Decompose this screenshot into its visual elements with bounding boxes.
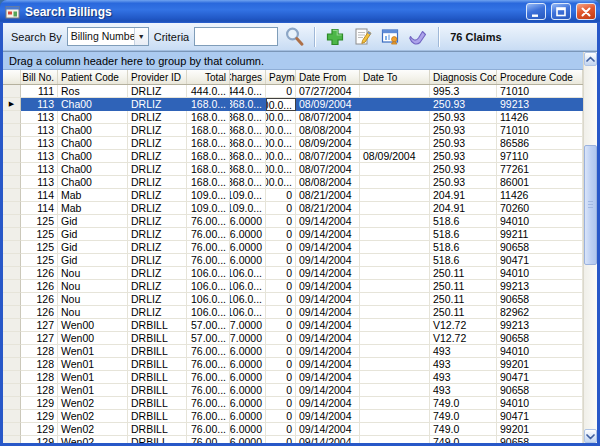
- cell-date_from[interactable]: 07/27/2004: [296, 85, 360, 98]
- cell-charges[interactable]: 444.0...: [230, 85, 266, 98]
- cell-patient[interactable]: Cha00: [58, 163, 128, 176]
- cell-procedure[interactable]: 11426: [497, 111, 583, 124]
- column-header-date_from[interactable]: Date From: [296, 70, 360, 84]
- cell-total[interactable]: 76.00...: [187, 384, 230, 397]
- cell-procedure[interactable]: 86001: [497, 176, 583, 189]
- cell-bill_no[interactable]: 129: [21, 410, 58, 423]
- cell-provider[interactable]: DRBILL: [128, 358, 187, 371]
- cell-bill_no[interactable]: 113: [21, 163, 58, 176]
- cell-date_to[interactable]: [360, 98, 430, 111]
- cell-provider[interactable]: DRLIZ: [128, 124, 187, 137]
- table-row[interactable]: 111RosDRLIZ444.0...444.0...007/27/200499…: [3, 85, 583, 98]
- cell-date_to[interactable]: [360, 332, 430, 345]
- cell-total[interactable]: 106.0...: [187, 306, 230, 319]
- cell-procedure[interactable]: 94010: [497, 215, 583, 228]
- cell-charges[interactable]: 368.0...: [230, 163, 266, 176]
- cell-payments[interactable]: 200.0...: [266, 98, 296, 111]
- group-by-panel[interactable]: Drag a column header here to group by th…: [3, 52, 583, 70]
- cell-diagnosis[interactable]: 749.0: [430, 410, 497, 423]
- cell-procedure[interactable]: 94010: [497, 397, 583, 410]
- scroll-up-button[interactable]: [584, 52, 597, 66]
- table-row[interactable]: 128Wen01DRBILL76.00...76.0000009/14/2004…: [3, 371, 583, 384]
- column-header-date_to[interactable]: Date To: [360, 70, 430, 84]
- cell-payments[interactable]: 0: [266, 228, 296, 241]
- cell-payments[interactable]: 0: [266, 241, 296, 254]
- column-header-payments[interactable]: Payme...: [266, 70, 296, 84]
- cell-procedure[interactable]: 90658: [497, 241, 583, 254]
- cell-procedure[interactable]: 86586: [497, 137, 583, 150]
- cell-charges[interactable]: 109.0...: [230, 202, 266, 215]
- cell-total[interactable]: 168.0...: [187, 176, 230, 189]
- table-row[interactable]: 128Wen01DRBILL76.00...76.0000009/14/2004…: [3, 384, 583, 397]
- cell-bill_no[interactable]: 126: [21, 293, 58, 306]
- cell-payments[interactable]: 200.0...: [266, 163, 296, 176]
- cell-charges[interactable]: 106.0...: [230, 306, 266, 319]
- cell-provider[interactable]: DRLIZ: [128, 163, 187, 176]
- cell-diagnosis[interactable]: 493: [430, 358, 497, 371]
- cell-total[interactable]: 168.0...: [187, 124, 230, 137]
- cell-total[interactable]: 76.00...: [187, 241, 230, 254]
- cell-charges[interactable]: 368.0...: [230, 137, 266, 150]
- cell-total[interactable]: 168.0...: [187, 98, 230, 111]
- cell-diagnosis[interactable]: 250.11: [430, 306, 497, 319]
- cell-date_from[interactable]: 09/14/2004: [296, 345, 360, 358]
- cell-bill_no[interactable]: 126: [21, 267, 58, 280]
- table-row[interactable]: 125GidDRLIZ76.00...76.0000009/14/2004518…: [3, 215, 583, 228]
- cell-procedure[interactable]: 99201: [497, 358, 583, 371]
- table-row[interactable]: 129Wen02DRBILL76.00...76.0000009/14/2004…: [3, 397, 583, 410]
- cell-procedure[interactable]: 97110: [497, 150, 583, 163]
- cell-provider[interactable]: DRLIZ: [128, 215, 187, 228]
- cell-total[interactable]: 76.00...: [187, 410, 230, 423]
- cell-bill_no[interactable]: 128: [21, 384, 58, 397]
- cell-provider[interactable]: DRBILL: [128, 384, 187, 397]
- cell-date_from[interactable]: 08/07/2004: [296, 111, 360, 124]
- cell-date_from[interactable]: 09/14/2004: [296, 423, 360, 436]
- cell-procedure[interactable]: 94010: [497, 345, 583, 358]
- table-row[interactable]: 113Cha00DRLIZ168.0...368.0...200.0...08/…: [3, 150, 583, 163]
- cell-total[interactable]: 76.00...: [187, 371, 230, 384]
- cell-bill_no[interactable]: 126: [21, 306, 58, 319]
- cell-payments[interactable]: 0: [266, 293, 296, 306]
- cell-patient[interactable]: Nou: [58, 267, 128, 280]
- cell-bill_no[interactable]: 111: [21, 85, 58, 98]
- cell-total[interactable]: 444.0...: [187, 85, 230, 98]
- cell-procedure[interactable]: 11426: [497, 189, 583, 202]
- column-header-procedure[interactable]: Procedure Code: [497, 70, 583, 84]
- table-row[interactable]: 129Wen02DRBILL76.00...76.0000009/14/2004…: [3, 436, 583, 443]
- table-row[interactable]: 129Wen02DRBILL76.00...76.0000009/14/2004…: [3, 410, 583, 423]
- cell-payments[interactable]: 0: [266, 85, 296, 98]
- cell-date_from[interactable]: 09/14/2004: [296, 319, 360, 332]
- cell-date_from[interactable]: 08/09/2004: [296, 137, 360, 150]
- cell-date_to[interactable]: [360, 345, 430, 358]
- table-row[interactable]: 126NouDRLIZ106.0...106.0...009/14/200425…: [3, 293, 583, 306]
- cell-date_from[interactable]: 09/14/2004: [296, 241, 360, 254]
- cell-date_to[interactable]: [360, 176, 430, 189]
- cell-date_to[interactable]: [360, 189, 430, 202]
- cell-bill_no[interactable]: 129: [21, 436, 58, 443]
- cell-date_to[interactable]: 08/09/2004: [360, 150, 430, 163]
- cell-provider[interactable]: DRLIZ: [128, 254, 187, 267]
- cell-diagnosis[interactable]: 518.6: [430, 228, 497, 241]
- cell-provider[interactable]: DRLIZ: [128, 85, 187, 98]
- cell-date_to[interactable]: [360, 319, 430, 332]
- cell-provider[interactable]: DRBILL: [128, 423, 187, 436]
- close-button[interactable]: [576, 3, 596, 20]
- cell-date_from[interactable]: 09/14/2004: [296, 397, 360, 410]
- cell-charges[interactable]: 76.0000: [230, 423, 266, 436]
- cell-procedure[interactable]: 99213: [497, 319, 583, 332]
- table-row[interactable]: 113Cha00DRLIZ168.0...368.0...200.0...08/…: [3, 176, 583, 189]
- cell-charges[interactable]: 368.0...: [230, 150, 266, 163]
- cell-procedure[interactable]: 70260: [497, 202, 583, 215]
- cell-charges[interactable]: 106.0...: [230, 280, 266, 293]
- cell-date_to[interactable]: [360, 241, 430, 254]
- cell-bill_no[interactable]: 114: [21, 202, 58, 215]
- cell-date_from[interactable]: 09/14/2004: [296, 267, 360, 280]
- cell-charges[interactable]: 106.0...: [230, 293, 266, 306]
- table-row[interactable]: 126NouDRLIZ106.0...106.0...009/14/200425…: [3, 267, 583, 280]
- cell-charges[interactable]: 76.0000: [230, 215, 266, 228]
- cell-payments[interactable]: 200.0...: [266, 111, 296, 124]
- cell-payments[interactable]: 0: [266, 345, 296, 358]
- minimize-button[interactable]: [526, 3, 546, 20]
- cell-date_to[interactable]: [360, 202, 430, 215]
- cell-bill_no[interactable]: 113: [21, 124, 58, 137]
